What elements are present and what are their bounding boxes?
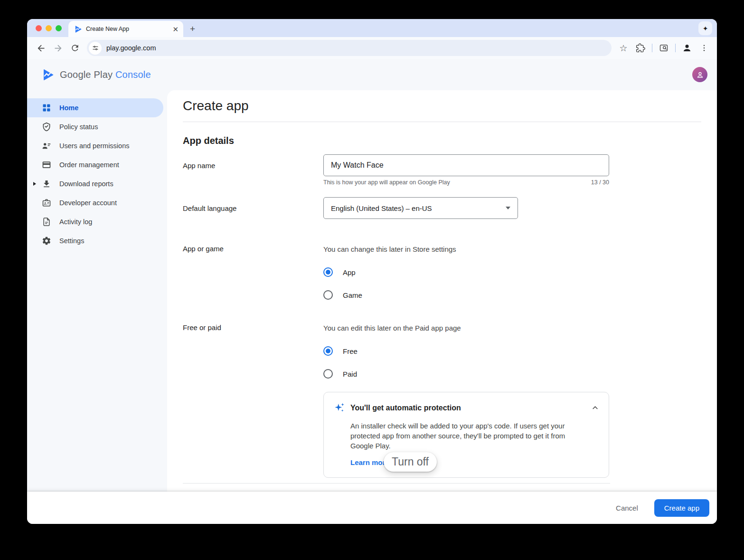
gear-icon (42, 236, 51, 246)
sidebar-item-download-reports[interactable]: Download reports (27, 174, 163, 193)
bottom-action-bar: Cancel Create app (27, 492, 717, 524)
url-text: play.google.com (106, 44, 156, 52)
app-or-game-label: App or game (183, 245, 323, 300)
reload-icon[interactable] (67, 40, 83, 56)
address-bar[interactable]: play.google.com (87, 40, 612, 56)
radio-option-game[interactable]: Game (323, 290, 609, 300)
expand-arrow-icon[interactable] (33, 182, 36, 186)
sidebar-item-label: Home (59, 104, 78, 112)
app-name-helper: This is how your app will appear on Goog… (323, 179, 450, 186)
zoom-window-button[interactable] (56, 25, 62, 31)
sidebar-item-developer-account[interactable]: Developer account (27, 193, 163, 212)
chevron-down-icon (506, 207, 510, 209)
app-or-game-hint: You can change this later in Store setti… (323, 245, 609, 254)
free-or-paid-row: Free or paid You can edit this later on … (183, 323, 701, 379)
radio-app[interactable] (323, 267, 333, 277)
sidebar-item-label: Activity log (59, 218, 92, 226)
sparkles-icon (333, 401, 346, 414)
sidebar-item-home[interactable]: Home (27, 98, 163, 117)
sidebar-item-label: Developer account (59, 199, 117, 207)
radio-option-free[interactable]: Free (323, 346, 609, 356)
play-logo-icon (42, 68, 55, 81)
radio-game-label: Game (343, 291, 362, 299)
sidebar-item-users-permissions[interactable]: Users and permissions (27, 136, 163, 155)
create-app-button[interactable]: Create app (654, 499, 709, 517)
tab-strip: Create New App ✕ + ✦ (27, 19, 717, 37)
browser-window: Create New App ✕ + ✦ play.google.com ☆ (27, 19, 717, 524)
free-or-paid-hint: You can edit this later on the Paid app … (323, 323, 609, 333)
default-language-row: Default language English (United States)… (183, 197, 701, 219)
bookmark-star-icon[interactable]: ☆ (615, 40, 631, 56)
app-name-counter: 13 / 30 (591, 179, 609, 186)
free-or-paid-label: Free or paid (183, 323, 323, 379)
protection-card-title: You'll get automatic protection (350, 404, 591, 412)
app-name-label: App name (183, 154, 323, 186)
sidebar-item-label: Order management (59, 161, 119, 169)
sidebar-item-label: Users and permissions (59, 142, 129, 150)
browser-tab[interactable]: Create New App ✕ (68, 21, 183, 37)
radio-paid[interactable] (323, 369, 333, 379)
automatic-protection-card: You'll get automatic protection An insta… (323, 392, 609, 478)
app-or-game-row: App or game You can change this later in… (183, 245, 701, 300)
toolbar-divider (675, 44, 676, 52)
radio-option-paid[interactable]: Paid (323, 369, 609, 379)
default-language-select[interactable]: English (United States) – en-US (323, 197, 518, 219)
forward-icon[interactable] (50, 40, 66, 56)
sidebar: Home Policy status Users and permissions (27, 90, 167, 492)
site-settings-icon[interactable] (89, 42, 102, 55)
radio-free[interactable] (323, 346, 333, 356)
radio-paid-label: Paid (343, 370, 357, 378)
browser-toolbar: play.google.com ☆ (27, 37, 717, 59)
sidebar-item-policy-status[interactable]: Policy status (27, 117, 163, 136)
account-avatar[interactable] (692, 67, 707, 82)
cancel-button[interactable]: Cancel (609, 500, 645, 516)
credit-card-icon (42, 160, 51, 170)
play-console-favicon (74, 25, 82, 33)
radio-game[interactable] (323, 290, 333, 300)
toolbar-divider (652, 44, 652, 52)
page-title: Create app (183, 98, 701, 114)
users-icon (42, 141, 51, 151)
close-window-button[interactable] (36, 25, 42, 31)
console-header: Google Play Console (27, 59, 717, 90)
main-content: Create app App details App name This is … (167, 90, 717, 492)
default-language-value: English (United States) – en-US (331, 204, 432, 212)
profile-icon[interactable] (679, 40, 695, 56)
app-name-row: App name This is how your app will appea… (183, 154, 701, 186)
console-body: Home Policy status Users and permissions (27, 90, 717, 492)
sidebar-item-settings[interactable]: Settings (27, 231, 163, 250)
radio-option-app[interactable]: App (323, 267, 609, 277)
tab-close-icon[interactable]: ✕ (172, 26, 179, 33)
download-icon (42, 179, 51, 189)
sidebar-item-label: Settings (59, 237, 84, 245)
google-play-console-logo[interactable]: Google Play Console (42, 68, 151, 81)
sidebar-item-order-management[interactable]: Order management (27, 155, 163, 174)
document-icon (42, 217, 51, 227)
chevron-up-icon[interactable] (591, 403, 600, 412)
sparkle-icon[interactable]: ✦ (698, 21, 712, 35)
sidebar-item-label: Download reports (59, 180, 113, 188)
sidebar-item-activity-log[interactable]: Activity log (27, 212, 163, 231)
radio-app-label: App (343, 268, 356, 276)
default-language-label: Default language (183, 197, 323, 219)
menu-dots-icon[interactable] (696, 40, 712, 56)
badge-icon (42, 198, 51, 208)
extensions-icon[interactable] (632, 40, 649, 56)
protection-card-body: An installer check will be added to your… (350, 421, 574, 451)
logo-text: Google Play Console (60, 69, 151, 80)
divider (183, 483, 610, 484)
new-tab-button[interactable]: + (190, 24, 195, 34)
divider (183, 122, 701, 122)
minimize-window-button[interactable] (46, 25, 52, 31)
shield-check-icon (42, 122, 51, 132)
grid-icon (42, 103, 51, 113)
section-title: App details (183, 134, 701, 147)
tab-title: Create New App (86, 26, 169, 32)
turn-off-button[interactable]: Turn off (384, 452, 437, 472)
sidebar-search-icon[interactable] (656, 40, 672, 56)
traffic-lights (27, 19, 68, 37)
radio-free-label: Free (343, 347, 358, 355)
sidebar-item-label: Policy status (59, 123, 98, 131)
back-icon[interactable] (33, 40, 49, 56)
app-name-input[interactable] (323, 154, 609, 176)
